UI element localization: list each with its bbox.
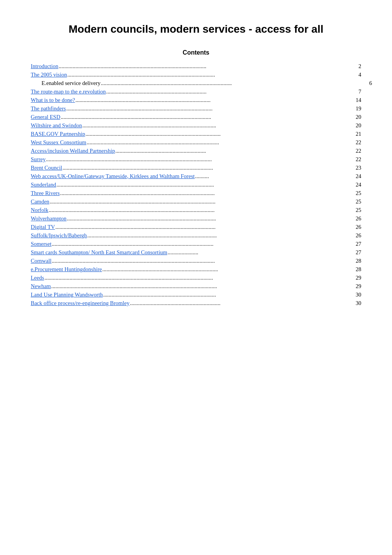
toc-title[interactable]: Wiltshire and Swindon xyxy=(31,122,82,129)
toc-entry[interactable]: e.Procurement Huntingdonshire...........… xyxy=(31,266,361,273)
toc-entry[interactable]: Suffolk/Ipswich/Babergh.................… xyxy=(31,232,361,239)
toc-page-number: 24 xyxy=(356,173,362,180)
toc-entry[interactable]: The 2005 vision.........................… xyxy=(31,72,361,78)
toc-dots: ........................................… xyxy=(130,300,355,307)
toc-dots: ........................................… xyxy=(82,122,355,129)
toc-dots: ........................................… xyxy=(49,207,355,213)
toc-page-number: 24 xyxy=(356,182,362,188)
toc-entry[interactable]: The pathfinders.........................… xyxy=(31,105,361,112)
toc-page-number: 29 xyxy=(356,275,362,281)
toc-entry[interactable]: Three Rivers............................… xyxy=(31,190,361,197)
toc-entry[interactable]: Norfolk.................................… xyxy=(31,207,361,213)
toc-page-number: 30 xyxy=(356,292,362,298)
toc-page-number: 6 xyxy=(369,80,372,87)
toc-title[interactable]: Norfolk xyxy=(31,207,48,213)
toc-title[interactable]: Wolverhampton xyxy=(31,215,66,222)
toc-entry[interactable]: Digital TV..............................… xyxy=(31,224,361,230)
toc-title[interactable]: Cornwall xyxy=(31,258,51,264)
toc-dots: ........................................… xyxy=(55,224,355,230)
toc-dots: ........................................… xyxy=(52,258,355,264)
toc-entry[interactable]: Access/inclusion Welland Partnership....… xyxy=(31,148,361,154)
toc-title[interactable]: Leeds xyxy=(31,275,44,281)
toc-page-number: 23 xyxy=(356,165,362,171)
toc-dots: ........................................… xyxy=(75,97,355,103)
toc-dots: ...................... xyxy=(168,249,355,256)
toc-entry[interactable]: Surrey..................................… xyxy=(31,156,361,163)
toc-title[interactable]: Web access/UK-Online/Gateway Tameside, K… xyxy=(31,173,195,180)
toc-dots: ........................................… xyxy=(66,105,355,112)
toc-title[interactable]: Sunderland xyxy=(31,182,56,188)
toc-entry[interactable]: Wiltshire and Swindon...................… xyxy=(31,122,361,129)
toc-dots: ........................................… xyxy=(86,131,355,137)
toc-title[interactable]: West Sussex Consortium xyxy=(31,139,86,146)
toc-page-number: 28 xyxy=(356,258,362,264)
toc-dots: ........................................… xyxy=(59,63,358,70)
toc-dots: ........................................… xyxy=(106,88,358,95)
toc-entry[interactable]: Wolverhampton...........................… xyxy=(31,215,361,222)
toc-entry[interactable]: Web access/UK-Online/Gateway Tameside, K… xyxy=(31,173,361,180)
toc-dots: ........................................… xyxy=(60,190,355,197)
toc-page-number: 21 xyxy=(356,131,362,137)
toc-entry[interactable]: Brent Council...........................… xyxy=(31,165,361,171)
toc-dots: ........................................… xyxy=(115,148,355,154)
table-of-contents: Introduction............................… xyxy=(31,63,361,307)
toc-dots: .......... xyxy=(195,173,355,180)
toc-dots: ........................................… xyxy=(67,215,355,222)
toc-entry[interactable]: General ESD.............................… xyxy=(31,114,361,120)
toc-title[interactable]: Introduction xyxy=(31,63,58,70)
toc-page-number: 28 xyxy=(356,266,362,273)
toc-dots: ........................................… xyxy=(56,182,355,188)
toc-dots: ........................................… xyxy=(52,241,355,247)
toc-page-number: 4 xyxy=(359,72,361,78)
toc-page-number: 7 xyxy=(359,88,361,95)
toc-title[interactable]: Camden xyxy=(31,198,49,205)
toc-title[interactable]: Three Rivers xyxy=(31,190,60,197)
toc-page-number: 20 xyxy=(356,122,362,129)
toc-title[interactable]: What is to be done? xyxy=(31,97,75,103)
toc-page-number: 22 xyxy=(356,156,362,163)
toc-title[interactable]: Somerset xyxy=(31,241,51,247)
toc-title[interactable]: Brent Council xyxy=(31,165,62,171)
toc-entry[interactable]: Camden..................................… xyxy=(31,198,361,205)
toc-entry[interactable]: BASE.GOV Partnership....................… xyxy=(31,131,361,137)
toc-title[interactable]: Access/inclusion Welland Partnership xyxy=(31,148,115,154)
toc-title[interactable]: Smart cards Southampton/ North East Smar… xyxy=(31,249,167,256)
toc-page-number: 2 xyxy=(359,63,361,70)
toc-entry[interactable]: Leeds...................................… xyxy=(31,275,361,281)
toc-title[interactable]: Suffolk/Ipswich/Babergh xyxy=(31,232,87,239)
toc-title[interactable]: e.Procurement Huntingdonshire xyxy=(31,266,102,273)
toc-title[interactable]: The 2005 vision xyxy=(31,72,67,78)
toc-page-number: 30 xyxy=(356,300,362,307)
toc-title[interactable]: Newham xyxy=(31,283,51,290)
toc-entry[interactable]: Smart cards Southampton/ North East Smar… xyxy=(31,249,361,256)
toc-entry[interactable]: Somerset................................… xyxy=(31,241,361,247)
toc-entry[interactable]: West Sussex Consortium..................… xyxy=(31,139,361,146)
toc-page-number: 22 xyxy=(356,139,362,146)
toc-dots: ........................................… xyxy=(61,114,355,120)
toc-page-number: 27 xyxy=(356,241,362,247)
toc-title[interactable]: Surrey xyxy=(31,156,46,163)
toc-title[interactable]: BASE.GOV Partnership xyxy=(31,131,85,137)
toc-entry[interactable]: Newham..................................… xyxy=(31,283,361,290)
toc-entry[interactable]: Sunderland..............................… xyxy=(31,182,361,188)
toc-title[interactable]: General ESD xyxy=(31,114,60,120)
toc-page-number: 26 xyxy=(356,224,362,230)
toc-entry[interactable]: The route-map to the e.revolution.......… xyxy=(31,88,361,95)
toc-entry[interactable]: Back office process/re-engineering Broml… xyxy=(31,300,361,307)
toc-page-number: 22 xyxy=(356,148,362,154)
toc-dots: ........................................… xyxy=(101,80,369,87)
toc-page-number: 19 xyxy=(356,105,362,112)
toc-title[interactable]: The route-map to the e.revolution xyxy=(31,88,106,95)
toc-entry[interactable]: Cornwall................................… xyxy=(31,258,361,264)
toc-entry[interactable]: Land Use Planning Wandsworth............… xyxy=(31,292,361,298)
toc-title[interactable]: Digital TV xyxy=(31,224,55,230)
toc-title[interactable]: Land Use Planning Wandsworth xyxy=(31,292,103,298)
toc-dots: ........................................… xyxy=(102,266,355,273)
toc-dots: ........................................… xyxy=(87,139,355,146)
toc-title[interactable]: The pathfinders xyxy=(31,105,66,112)
toc-entry[interactable]: Introduction............................… xyxy=(31,63,361,70)
toc-title[interactable]: Back office process/re-engineering Broml… xyxy=(31,300,130,307)
toc-page-number: 26 xyxy=(356,232,362,239)
toc-entry[interactable]: What is to be done?.....................… xyxy=(31,97,361,103)
toc-page-number: 25 xyxy=(356,198,362,205)
